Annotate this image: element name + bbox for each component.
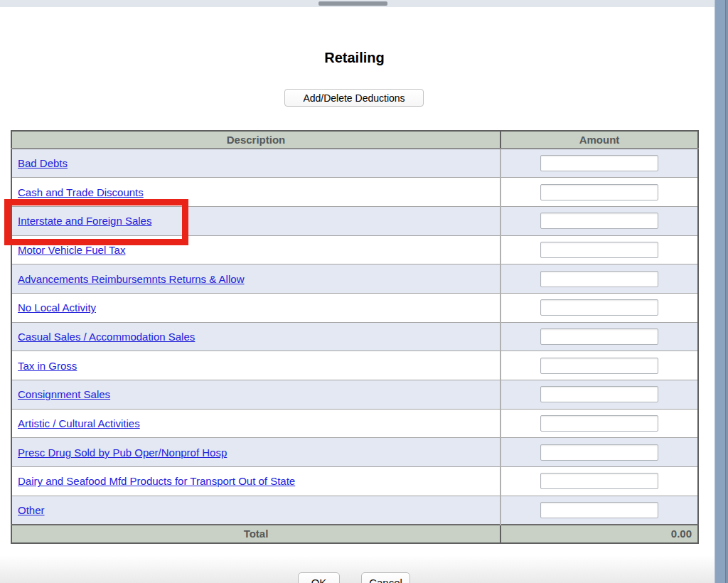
table-row: Consignment Sales — [11, 380, 698, 410]
deduction-link[interactable]: Tax in Gross — [18, 360, 77, 372]
amount-input[interactable] — [540, 386, 658, 402]
table-row: No Local Activity — [11, 293, 698, 322]
table-row: Advancements Reimbursemnts Returns & All… — [11, 264, 698, 294]
amount-input[interactable] — [540, 473, 658, 489]
amount-input[interactable] — [540, 271, 658, 287]
amount-input[interactable] — [540, 155, 658, 171]
table-row: Cash and Trade Discounts — [11, 178, 698, 207]
deductions-table: Description Amount Bad DebtsCash and Tra… — [11, 130, 699, 544]
deduction-link[interactable]: Casual Sales / Accommodation Sales — [18, 331, 195, 343]
deduction-link[interactable]: Presc Drug Sold by Pub Oper/Nonprof Hosp — [18, 446, 227, 459]
amount-input[interactable] — [540, 415, 658, 432]
window-edge-line — [725, 0, 728, 583]
amount-input[interactable] — [540, 213, 658, 229]
table-row: Tax in Gross — [11, 351, 698, 380]
amount-input[interactable] — [540, 358, 658, 374]
bottom-gradient — [0, 555, 715, 583]
table-row: Presc Drug Sold by Pub Oper/Nonprof Hosp — [11, 438, 698, 467]
table-row: Casual Sales / Accommodation Sales — [11, 322, 698, 351]
total-label: Total — [11, 525, 500, 543]
amount-input[interactable] — [540, 444, 658, 461]
page-title: Retailing — [0, 50, 709, 66]
cancel-button[interactable]: Cancel — [361, 572, 410, 583]
table-row: Bad Debts — [11, 149, 698, 178]
column-header-amount: Amount — [500, 131, 698, 149]
amount-input[interactable] — [540, 328, 658, 345]
table-header-row: Description Amount — [11, 131, 698, 149]
table-row: Dairy and Seafood Mfd Products for Trans… — [11, 467, 698, 496]
deduction-link[interactable]: Consignment Sales — [18, 388, 110, 400]
deductions-table-body: Bad DebtsCash and Trade DiscountsInterst… — [11, 149, 698, 525]
window-edge-strip — [714, 0, 728, 583]
table-row: Motor Vehicle Fuel Tax — [11, 235, 698, 264]
total-value: 0.00 — [500, 525, 698, 543]
ok-button[interactable]: OK — [298, 572, 340, 583]
table-row: Artistic / Cultural Activities — [11, 409, 698, 438]
deduction-link[interactable]: Cash and Trade Discounts — [18, 186, 144, 198]
deduction-link[interactable]: Motor Vehicle Fuel Tax — [18, 244, 125, 256]
amount-input[interactable] — [540, 299, 658, 316]
deduction-link[interactable]: No Local Activity — [18, 301, 96, 314]
table-row: Other — [11, 496, 698, 525]
amount-input[interactable] — [540, 184, 658, 200]
deduction-link[interactable]: Interstate and Foreign Sales — [18, 215, 151, 227]
deduction-link[interactable]: Artistic / Cultural Activities — [18, 417, 140, 429]
amount-input[interactable] — [540, 242, 658, 258]
total-row: Total 0.00 — [11, 525, 698, 543]
table-row: Interstate and Foreign Sales — [11, 206, 698, 235]
deduction-link[interactable]: Other — [18, 504, 45, 516]
amount-input[interactable] — [540, 502, 658, 518]
deduction-link[interactable]: Advancements Reimbursemnts Returns & All… — [18, 273, 244, 285]
deduction-link[interactable]: Bad Debts — [18, 157, 68, 169]
add-delete-deductions-button[interactable]: Add/Delete Deductions — [284, 89, 424, 107]
column-header-description: Description — [11, 131, 500, 149]
deduction-link[interactable]: Dairy and Seafood Mfd Products for Trans… — [18, 475, 295, 487]
top-gray-bar — [318, 1, 387, 6]
